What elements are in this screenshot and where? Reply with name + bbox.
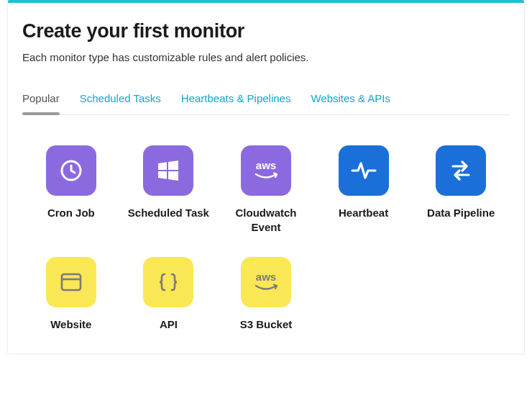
aws-icon: aws [241,145,291,196]
svg-rect-2 [62,274,81,290]
aws-icon: aws [241,257,291,307]
clock-icon [46,145,96,196]
browser-icon [46,257,96,307]
monitor-s3-bucket[interactable]: aws S3 Bucket [224,257,308,332]
monitor-cron-job[interactable]: Cron Job [29,145,113,235]
monitor-website[interactable]: Website [29,257,113,332]
tab-heartbeats-pipelines[interactable]: Heartbeats & Pipelines [181,92,291,114]
monitor-data-pipeline[interactable]: Data Pipeline [419,145,503,235]
page-subtitle: Each monitor type has customizable rules… [22,51,510,63]
monitor-heartbeat[interactable]: Heartbeat [322,145,405,235]
svg-text:aws: aws [256,159,276,171]
monitor-cloudwatch-event[interactable]: aws Cloudwatch Event [224,145,308,235]
tabs: Popular Scheduled Tasks Heartbeats & Pip… [22,92,510,115]
tab-popular[interactable]: Popular [22,92,60,114]
monitor-label: Data Pipeline [427,206,495,220]
pulse-icon [339,145,389,196]
arrows-lr-icon [436,145,486,196]
monitor-label: Heartbeat [339,206,388,220]
windows-icon [143,145,193,196]
monitor-label: S3 Bucket [240,317,293,332]
monitor-label: Website [50,317,91,332]
tab-scheduled-tasks[interactable]: Scheduled Tasks [80,92,161,114]
page-title: Create your first monitor [22,20,510,42]
svg-text:aws: aws [256,271,276,283]
monitor-label: Scheduled Task [128,206,209,220]
tab-websites-apis[interactable]: Websites & APIs [311,92,390,114]
monitor-grid: Cron Job Scheduled Task aws [22,145,510,332]
monitor-label: Cloudwatch Event [224,206,308,235]
monitor-api[interactable]: API [127,257,211,332]
monitor-scheduled-task[interactable]: Scheduled Task [127,145,211,235]
braces-icon [143,257,193,307]
create-monitor-card: Create your first monitor Each monitor t… [7,0,525,354]
monitor-label: API [160,317,178,332]
monitor-label: Cron Job [47,206,95,220]
